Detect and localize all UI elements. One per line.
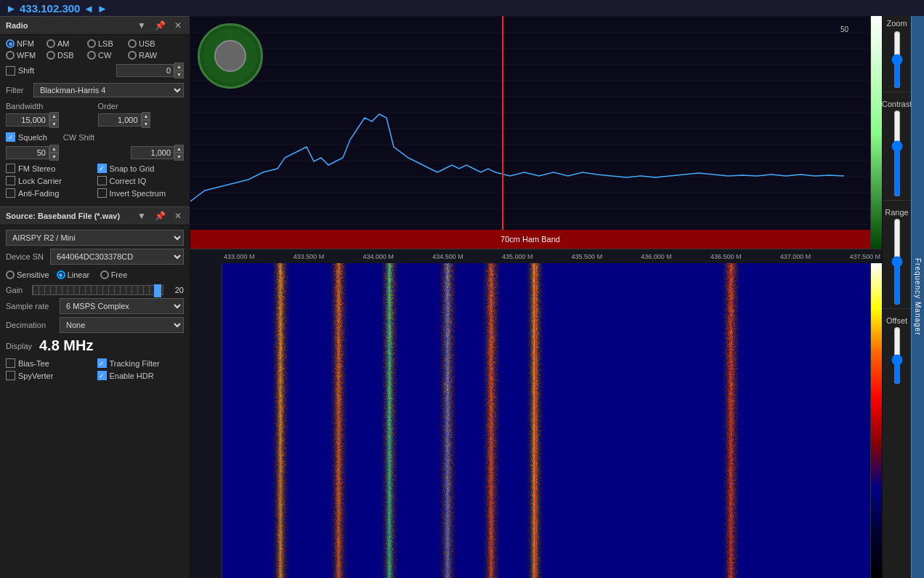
mode-lsb[interactable]: LSB <box>87 39 123 48</box>
spectrum-plot: 50 70cm Ham Band <box>190 16 870 249</box>
radio-pin-btn[interactable]: 📌 <box>153 20 168 31</box>
invert-spectrum-checkbox[interactable] <box>97 188 107 198</box>
mode-lsb-radio[interactable] <box>87 39 96 48</box>
filter-row: Filter Blackman-Harris 4 Hamming Hann <box>6 83 184 97</box>
anti-fading-option[interactable]: Anti-Fading <box>6 188 93 198</box>
cw-shift-input-group[interactable]: ▲ ▼ <box>131 145 184 161</box>
squelch-checkbox[interactable] <box>6 132 15 142</box>
freq-manager-tab[interactable]: Frequency Manager <box>911 16 924 578</box>
invert-spectrum-label: Invert Spectrum <box>110 189 166 198</box>
anti-fading-label: Anti-Fading <box>18 189 59 198</box>
shift-input[interactable] <box>116 64 174 77</box>
gain-linear[interactable]: Linear <box>57 270 93 279</box>
bias-tee-option[interactable]: Bias-Tee <box>6 358 93 368</box>
bias-tee-checkbox[interactable] <box>6 358 15 368</box>
shift-row: Shift ▲ ▼ <box>6 63 184 79</box>
mode-dsb[interactable]: DSB <box>46 51 83 60</box>
gain-free[interactable]: Free <box>100 270 137 279</box>
decimation-select[interactable]: None <box>60 317 184 333</box>
lock-carrier-checkbox[interactable] <box>6 176 15 185</box>
mode-raw[interactable]: RAW <box>128 51 164 60</box>
shift-checkbox[interactable] <box>6 66 15 76</box>
anti-fading-checkbox[interactable] <box>6 188 15 198</box>
mode-row-1: NFM AM LSB USB <box>6 39 184 48</box>
bandwidth-spin-down[interactable]: ▼ <box>49 120 59 128</box>
shift-spin-up[interactable]: ▲ <box>174 63 184 71</box>
squelch-spin-up[interactable]: ▲ <box>49 145 59 153</box>
mode-cw[interactable]: CW <box>87 51 123 60</box>
gain-sensitive-label: Sensitive <box>17 270 49 279</box>
mode-nfm-radio[interactable] <box>6 39 15 48</box>
cw-shift-spin-down[interactable]: ▼ <box>174 153 184 161</box>
spectrum-colorbar <box>870 16 882 249</box>
bandwidth-input-group[interactable]: ▲ ▼ <box>6 112 92 128</box>
fm-stereo-option[interactable]: FM Stereo <box>6 164 93 173</box>
display-row: Display 4.8 MHz <box>6 337 184 354</box>
gain-linear-radio[interactable] <box>57 270 65 279</box>
correct-iq-checkbox[interactable] <box>97 176 107 185</box>
bandwidth-input[interactable] <box>6 113 49 127</box>
contrast-slider[interactable] <box>890 110 904 197</box>
device-sn-label: Device SN <box>6 252 46 261</box>
gain-sensitive[interactable]: Sensitive <box>6 270 49 279</box>
enable-hdr-checkbox[interactable] <box>97 371 107 380</box>
sample-rate-select[interactable]: 6 MSPS Complex <box>60 298 184 314</box>
correct-iq-option[interactable]: Correct IQ <box>97 176 185 185</box>
mode-usb[interactable]: USB <box>128 39 164 48</box>
radio-dropdown-btn[interactable]: ▼ <box>135 20 148 31</box>
mode-raw-radio[interactable] <box>128 51 137 60</box>
gain-free-radio[interactable] <box>100 270 109 279</box>
range-slider[interactable] <box>890 218 904 305</box>
bandwidth-spin-up[interactable]: ▲ <box>49 112 59 120</box>
radio-controls: NFM AM LSB USB WFM <box>0 35 190 206</box>
gain-sensitive-radio[interactable] <box>6 270 15 279</box>
spy-verter-checkbox[interactable] <box>6 371 15 380</box>
source-pin-btn[interactable]: 📌 <box>153 210 168 222</box>
snap-to-grid-checkbox[interactable] <box>97 164 107 173</box>
waterfall-colorbar <box>870 263 882 578</box>
gain-slider-track[interactable] <box>32 285 163 295</box>
mode-am-radio[interactable] <box>46 39 55 48</box>
mode-nfm[interactable]: NFM <box>6 39 42 48</box>
squelch-option[interactable]: Squelch <box>6 132 47 142</box>
radio-close-btn[interactable]: ✕ <box>172 20 184 31</box>
shift-input-group[interactable]: ▲ ▼ <box>116 63 184 79</box>
mode-wfm[interactable]: WFM <box>6 51 42 60</box>
invert-spectrum-option[interactable]: Invert Spectrum <box>97 188 185 198</box>
fm-stereo-checkbox[interactable] <box>6 164 15 173</box>
offset-slider[interactable] <box>890 326 904 385</box>
mode-wfm-radio[interactable] <box>6 51 15 60</box>
device-sn-select[interactable]: 644064DC303378CD <box>50 249 184 265</box>
mode-usb-radio[interactable] <box>128 39 137 48</box>
spy-verter-option[interactable]: SpyVerter <box>6 371 93 380</box>
mode-dsb-label: DSB <box>57 51 74 60</box>
top-frequency-display: ► 433.102.300 ◄ ► <box>6 2 108 15</box>
filter-select[interactable]: Blackman-Harris 4 Hamming Hann <box>33 83 184 97</box>
source-dropdown-btn[interactable]: ▼ <box>135 210 148 222</box>
shift-spin-down[interactable]: ▼ <box>174 71 184 79</box>
zoom-slider[interactable] <box>890 31 904 89</box>
mode-dsb-radio[interactable] <box>46 51 55 60</box>
order-input[interactable] <box>98 113 142 127</box>
order-input-group[interactable]: ▲ ▼ <box>98 112 185 128</box>
mode-am[interactable]: AM <box>46 39 83 48</box>
snap-to-grid-option[interactable]: Snap to Grid <box>97 164 185 173</box>
lock-carrier-option[interactable]: Lock Carrier <box>6 176 93 185</box>
gain-thumb[interactable] <box>154 284 161 297</box>
cw-shift-input[interactable] <box>131 146 174 159</box>
tracking-filter-checkbox[interactable] <box>97 358 107 368</box>
squelch-spin-down[interactable]: ▼ <box>49 153 59 161</box>
cw-shift-spin-up[interactable]: ▲ <box>174 145 184 153</box>
source-close-btn[interactable]: ✕ <box>172 210 184 222</box>
x-label-9: 437.500 M <box>849 253 880 260</box>
order-spin-up[interactable]: ▲ <box>142 112 151 120</box>
tracking-filter-option[interactable]: Tracking Filter <box>97 358 185 368</box>
enable-hdr-option[interactable]: Enable HDR <box>97 371 185 380</box>
shift-checkbox-option[interactable]: Shift <box>6 66 34 76</box>
order-spin-down[interactable]: ▼ <box>142 120 151 128</box>
device-select[interactable]: AIRSPY R2 / Mini <box>6 230 184 246</box>
squelch-input-group[interactable]: ▲ ▼ <box>6 145 59 161</box>
mode-cw-radio[interactable] <box>87 51 96 60</box>
squelch-input[interactable] <box>6 146 49 159</box>
waterfall-plot <box>222 263 870 578</box>
